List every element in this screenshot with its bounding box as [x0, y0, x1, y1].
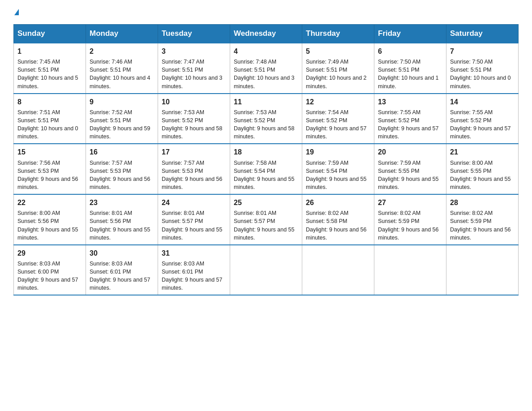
calendar-table: SundayMondayTuesdayWednesdayThursdayFrid…: [13, 24, 519, 295]
calendar-cell: 15Sunrise: 7:56 AMSunset: 5:53 PMDayligh…: [14, 144, 86, 194]
cell-content: Sunrise: 7:50 AMSunset: 5:51 PMDaylight:…: [378, 58, 442, 90]
calendar-cell: 12Sunrise: 7:54 AMSunset: 5:52 PMDayligh…: [302, 94, 374, 144]
calendar-cell: 22Sunrise: 8:00 AMSunset: 5:56 PMDayligh…: [14, 194, 86, 245]
day-number: 17: [162, 147, 226, 157]
calendar-cell: [446, 245, 519, 295]
calendar-cell: 4Sunrise: 7:48 AMSunset: 5:51 PMDaylight…: [230, 43, 302, 94]
day-number: 3: [162, 46, 226, 56]
cell-content: Sunrise: 8:00 AMSunset: 5:55 PMDaylight:…: [450, 159, 515, 192]
cell-content: Sunrise: 8:02 AMSunset: 5:58 PMDaylight:…: [306, 209, 370, 242]
day-number: 31: [162, 248, 226, 258]
calendar-header-wednesday: Wednesday: [230, 25, 302, 43]
day-number: 18: [234, 147, 298, 157]
calendar-week-row: 29Sunrise: 8:03 AMSunset: 6:00 PMDayligh…: [14, 245, 519, 295]
cell-content: Sunrise: 7:53 AMSunset: 5:52 PMDaylight:…: [234, 108, 298, 141]
calendar-cell: 17Sunrise: 7:57 AMSunset: 5:53 PMDayligh…: [158, 144, 230, 194]
logo-triangle-icon: [14, 9, 19, 15]
cell-content: Sunrise: 7:50 AMSunset: 5:51 PMDaylight:…: [450, 58, 515, 90]
calendar-week-row: 1Sunrise: 7:45 AMSunset: 5:51 PMDaylight…: [14, 43, 519, 94]
day-number: 20: [378, 147, 442, 157]
cell-content: Sunrise: 7:55 AMSunset: 5:52 PMDaylight:…: [450, 108, 515, 141]
calendar-cell: [302, 245, 374, 295]
cell-content: Sunrise: 7:46 AMSunset: 5:51 PMDaylight:…: [90, 58, 154, 90]
calendar-cell: 20Sunrise: 7:59 AMSunset: 5:55 PMDayligh…: [374, 144, 446, 194]
calendar-cell: 11Sunrise: 7:53 AMSunset: 5:52 PMDayligh…: [230, 94, 302, 144]
cell-content: Sunrise: 7:54 AMSunset: 5:52 PMDaylight:…: [306, 108, 370, 141]
day-number: 29: [17, 248, 82, 258]
calendar-cell: 27Sunrise: 8:02 AMSunset: 5:59 PMDayligh…: [374, 194, 446, 245]
calendar-cell: 21Sunrise: 8:00 AMSunset: 5:55 PMDayligh…: [446, 144, 519, 194]
day-number: 21: [450, 147, 515, 157]
cell-content: Sunrise: 8:03 AMSunset: 6:00 PMDaylight:…: [17, 260, 82, 292]
day-number: 28: [450, 197, 515, 208]
calendar-cell: 5Sunrise: 7:49 AMSunset: 5:51 PMDaylight…: [302, 43, 374, 94]
calendar-cell: [374, 245, 446, 295]
calendar-cell: 24Sunrise: 8:01 AMSunset: 5:57 PMDayligh…: [158, 194, 230, 245]
calendar-cell: 25Sunrise: 8:01 AMSunset: 5:57 PMDayligh…: [230, 194, 302, 245]
day-number: 22: [17, 197, 82, 208]
cell-content: Sunrise: 8:02 AMSunset: 5:59 PMDaylight:…: [450, 209, 515, 242]
calendar-cell: 3Sunrise: 7:47 AMSunset: 5:51 PMDaylight…: [158, 43, 230, 94]
calendar-header-tuesday: Tuesday: [158, 25, 230, 43]
calendar-cell: 30Sunrise: 8:03 AMSunset: 6:01 PMDayligh…: [86, 245, 158, 295]
calendar-header-saturday: Saturday: [446, 25, 519, 43]
calendar-header-friday: Friday: [374, 25, 446, 43]
cell-content: Sunrise: 8:03 AMSunset: 6:01 PMDaylight:…: [162, 260, 226, 292]
calendar-week-row: 22Sunrise: 8:00 AMSunset: 5:56 PMDayligh…: [14, 194, 519, 245]
day-number: 12: [306, 97, 370, 107]
day-number: 2: [90, 46, 154, 56]
calendar-cell: 16Sunrise: 7:57 AMSunset: 5:53 PMDayligh…: [86, 144, 158, 194]
calendar-cell: 19Sunrise: 7:59 AMSunset: 5:54 PMDayligh…: [302, 144, 374, 194]
day-number: 16: [90, 147, 154, 157]
day-number: 10: [162, 97, 226, 107]
day-number: 6: [378, 46, 442, 56]
calendar-header-thursday: Thursday: [302, 25, 374, 43]
cell-content: Sunrise: 7:48 AMSunset: 5:51 PMDaylight:…: [234, 58, 298, 90]
calendar-cell: 14Sunrise: 7:55 AMSunset: 5:52 PMDayligh…: [446, 94, 519, 144]
cell-content: Sunrise: 8:00 AMSunset: 5:56 PMDaylight:…: [17, 209, 82, 242]
cell-content: Sunrise: 7:49 AMSunset: 5:51 PMDaylight:…: [306, 58, 370, 90]
day-number: 5: [306, 46, 370, 56]
calendar-cell: 7Sunrise: 7:50 AMSunset: 5:51 PMDaylight…: [446, 43, 519, 94]
day-number: 13: [378, 97, 442, 107]
calendar-cell: 9Sunrise: 7:52 AMSunset: 5:51 PMDaylight…: [86, 94, 158, 144]
cell-content: Sunrise: 7:47 AMSunset: 5:51 PMDaylight:…: [162, 58, 226, 90]
day-number: 14: [450, 97, 515, 107]
cell-content: Sunrise: 7:57 AMSunset: 5:53 PMDaylight:…: [162, 159, 226, 192]
day-number: 4: [234, 46, 298, 56]
calendar-cell: 6Sunrise: 7:50 AMSunset: 5:51 PMDaylight…: [374, 43, 446, 94]
cell-content: Sunrise: 8:02 AMSunset: 5:59 PMDaylight:…: [378, 209, 442, 242]
day-number: 15: [17, 147, 82, 157]
day-number: 25: [234, 197, 298, 208]
calendar-cell: 13Sunrise: 7:55 AMSunset: 5:52 PMDayligh…: [374, 94, 446, 144]
calendar-cell: [230, 245, 302, 295]
calendar-cell: 2Sunrise: 7:46 AMSunset: 5:51 PMDaylight…: [86, 43, 158, 94]
day-number: 11: [234, 97, 298, 107]
cell-content: Sunrise: 7:51 AMSunset: 5:51 PMDaylight:…: [17, 108, 82, 141]
day-number: 26: [306, 197, 370, 208]
day-number: 8: [17, 97, 82, 107]
day-number: 24: [162, 197, 226, 208]
calendar-week-row: 8Sunrise: 7:51 AMSunset: 5:51 PMDaylight…: [14, 94, 519, 144]
day-number: 23: [90, 197, 154, 208]
day-number: 7: [450, 46, 515, 56]
cell-content: Sunrise: 8:01 AMSunset: 5:57 PMDaylight:…: [162, 209, 226, 242]
cell-content: Sunrise: 7:59 AMSunset: 5:55 PMDaylight:…: [378, 159, 442, 192]
calendar-cell: 31Sunrise: 8:03 AMSunset: 6:01 PMDayligh…: [158, 245, 230, 295]
cell-content: Sunrise: 7:57 AMSunset: 5:53 PMDaylight:…: [90, 159, 154, 192]
cell-content: Sunrise: 7:52 AMSunset: 5:51 PMDaylight:…: [90, 108, 154, 141]
calendar-cell: 23Sunrise: 8:01 AMSunset: 5:56 PMDayligh…: [86, 194, 158, 245]
cell-content: Sunrise: 7:59 AMSunset: 5:54 PMDaylight:…: [306, 159, 370, 192]
calendar-cell: 26Sunrise: 8:02 AMSunset: 5:58 PMDayligh…: [302, 194, 374, 245]
calendar-header-row: SundayMondayTuesdayWednesdayThursdayFrid…: [14, 25, 519, 43]
logo: [13, 9, 19, 15]
cell-content: Sunrise: 8:01 AMSunset: 5:57 PMDaylight:…: [234, 209, 298, 242]
calendar-cell: 1Sunrise: 7:45 AMSunset: 5:51 PMDaylight…: [14, 43, 86, 94]
calendar-header-monday: Monday: [86, 25, 158, 43]
day-number: 1: [17, 46, 82, 56]
cell-content: Sunrise: 8:01 AMSunset: 5:56 PMDaylight:…: [90, 209, 154, 242]
cell-content: Sunrise: 8:03 AMSunset: 6:01 PMDaylight:…: [90, 260, 154, 292]
calendar-cell: 8Sunrise: 7:51 AMSunset: 5:51 PMDaylight…: [14, 94, 86, 144]
day-number: 9: [90, 97, 154, 107]
day-number: 19: [306, 147, 370, 157]
